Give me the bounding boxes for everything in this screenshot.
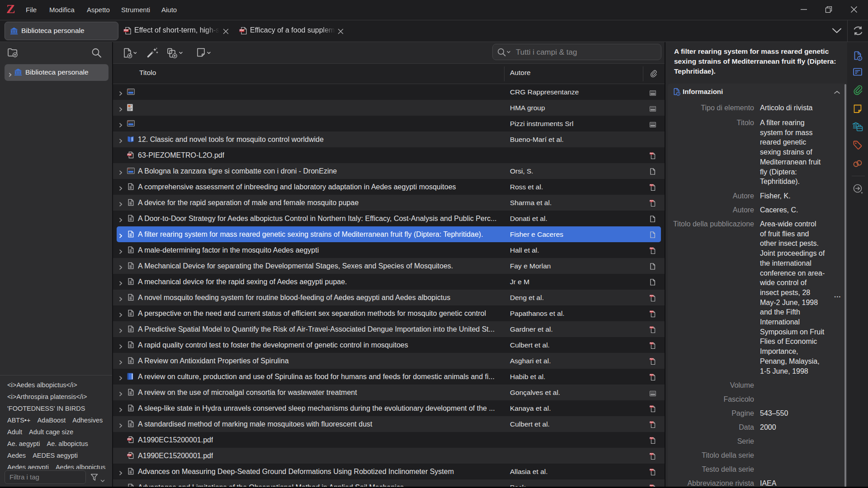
- svg-text:PDF: PDF: [650, 200, 653, 202]
- svg-text:PDF: PDF: [650, 437, 653, 439]
- svg-text:PDF: PDF: [650, 248, 653, 249]
- svg-text:PDF: PDF: [650, 311, 653, 313]
- svg-text:PDF: PDF: [650, 358, 653, 360]
- svg-text:PDF: PDF: [127, 454, 132, 456]
- svg-text:PDF: PDF: [127, 154, 132, 156]
- svg-text:PDF: PDF: [650, 295, 653, 297]
- svg-text:PDF: PDF: [650, 374, 653, 376]
- svg-text:PDF: PDF: [124, 29, 128, 32]
- svg-text:PDF: PDF: [650, 343, 653, 344]
- svg-text:PDF: PDF: [650, 327, 653, 328]
- svg-text:PDF: PDF: [240, 29, 244, 32]
- svg-text:PDF: PDF: [650, 406, 653, 408]
- svg-text:PDF: PDF: [650, 184, 653, 186]
- svg-text:PDF: PDF: [650, 453, 653, 455]
- svg-text:PDF: PDF: [650, 469, 653, 471]
- svg-text:PDF: PDF: [650, 153, 653, 155]
- svg-text:PDF: PDF: [127, 438, 132, 441]
- svg-text:PDF: PDF: [650, 422, 653, 423]
